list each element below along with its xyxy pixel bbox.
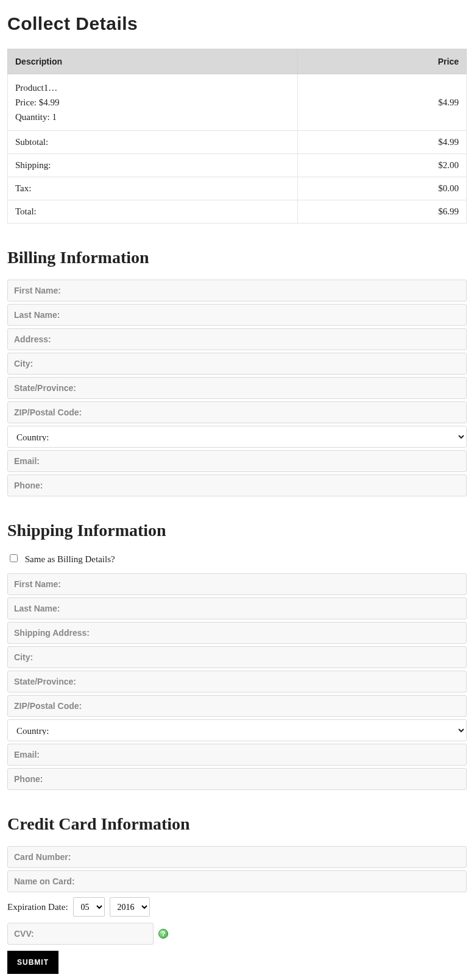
shipping-state-input[interactable] [7, 671, 467, 693]
shipping-label: Shipping: [8, 154, 298, 177]
billing-state-input[interactable] [7, 377, 467, 399]
shipping-value: $2.00 [298, 154, 467, 177]
subtotal-row: Subtotal: $4.99 [8, 131, 467, 154]
subtotal-label: Subtotal: [8, 131, 298, 154]
shipping-row: Shipping: $2.00 [8, 154, 467, 177]
billing-address-input[interactable] [7, 328, 467, 350]
page-title: Collect Details [7, 13, 467, 34]
tax-row: Tax: $0.00 [8, 177, 467, 200]
product-price-label: Price: $4.99 [15, 95, 290, 110]
shipping-zip-input[interactable] [7, 695, 467, 717]
col-description: Description [8, 49, 298, 74]
total-label: Total: [8, 200, 298, 224]
total-value: $6.99 [298, 200, 467, 224]
shipping-heading: Shipping Information [7, 521, 467, 540]
product-name: Product1… [15, 80, 290, 95]
col-price: Price [298, 49, 467, 74]
shipping-country-select[interactable]: Country: [7, 719, 467, 741]
card-name-input[interactable] [7, 870, 467, 892]
product-quantity-label: Quantity: 1 [15, 110, 290, 124]
tax-label: Tax: [8, 177, 298, 200]
expiration-label: Expiration Date: [7, 902, 68, 912]
billing-heading: Billing Information [7, 248, 467, 267]
tax-value: $0.00 [298, 177, 467, 200]
cvv-input[interactable] [7, 923, 154, 945]
billing-first-name-input[interactable] [7, 280, 467, 301]
product-line-price: $4.99 [298, 74, 467, 131]
total-row: Total: $6.99 [8, 200, 467, 224]
billing-phone-input[interactable] [7, 474, 467, 496]
same-as-billing-checkbox[interactable] [10, 554, 18, 562]
expiration-month-select[interactable]: 05 [73, 897, 105, 917]
order-summary-table: Description Price Product1… Price: $4.99… [7, 49, 467, 224]
shipping-email-input[interactable] [7, 744, 467, 766]
same-as-billing-label: Same as Billing Details? [25, 554, 115, 564]
submit-button[interactable]: SUBMIT [7, 951, 58, 974]
billing-city-input[interactable] [7, 353, 467, 375]
shipping-first-name-input[interactable] [7, 573, 467, 595]
card-number-input[interactable] [7, 846, 467, 868]
billing-email-input[interactable] [7, 450, 467, 472]
shipping-address-input[interactable] [7, 622, 467, 644]
subtotal-value: $4.99 [298, 131, 467, 154]
expiration-year-select[interactable]: 2016 [110, 897, 150, 917]
shipping-phone-input[interactable] [7, 768, 467, 790]
billing-last-name-input[interactable] [7, 304, 467, 326]
product-row: Product1… Price: $4.99 Quantity: 1 $4.99 [8, 74, 467, 131]
billing-zip-input[interactable] [7, 401, 467, 423]
billing-country-select[interactable]: Country: [7, 426, 467, 448]
help-icon[interactable]: ? [158, 929, 168, 939]
shipping-last-name-input[interactable] [7, 598, 467, 619]
card-heading: Credit Card Information [7, 814, 467, 834]
shipping-city-input[interactable] [7, 646, 467, 668]
